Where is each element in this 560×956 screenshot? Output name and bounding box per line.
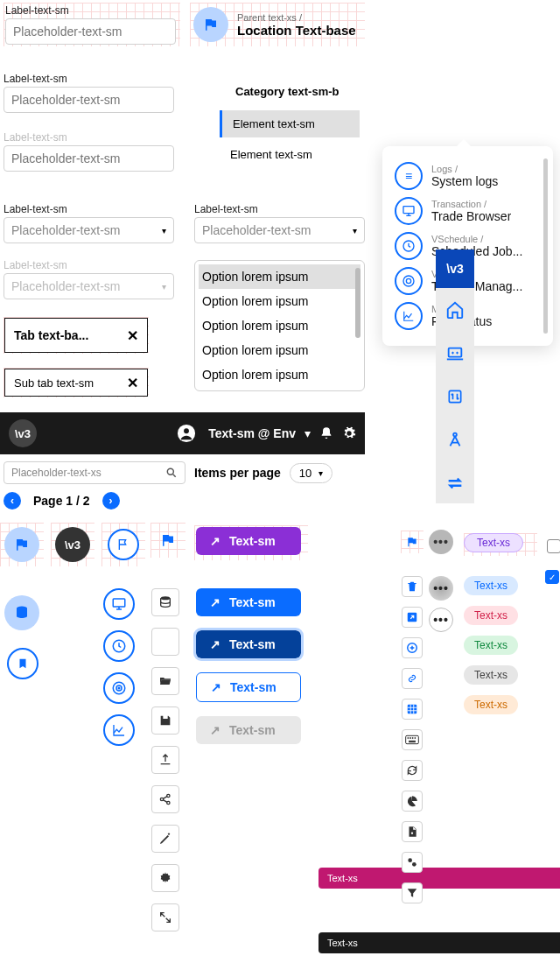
flag-icon[interactable] xyxy=(406,536,418,548)
button-primary[interactable]: ↗Text-sm xyxy=(196,588,301,616)
share-icon[interactable] xyxy=(151,785,179,813)
compass-icon[interactable] xyxy=(436,418,474,461)
file-icon[interactable] xyxy=(402,821,423,842)
home-icon[interactable] xyxy=(436,288,474,332)
clock-icon[interactable] xyxy=(103,630,135,662)
open-icon: ↗ xyxy=(210,723,220,737)
open-icon: ↗ xyxy=(210,595,220,609)
open-icon: ↗ xyxy=(211,680,221,694)
expand-icon[interactable] xyxy=(151,903,179,931)
laptop-icon[interactable] xyxy=(436,332,474,376)
close-icon[interactable]: ✕ xyxy=(127,375,138,391)
button-primary-alt[interactable]: ↗Text-sm xyxy=(196,527,301,555)
svg-point-28 xyxy=(415,737,416,738)
select-label: Label-text-sm xyxy=(194,203,365,215)
scrollbar[interactable] xyxy=(543,158,548,334)
save-icon[interactable] xyxy=(151,706,179,735)
search-icon xyxy=(165,467,178,479)
monitor-icon[interactable] xyxy=(103,588,135,620)
search-input[interactable]: Placeholder-text-xs xyxy=(4,461,186,484)
user-icon[interactable] xyxy=(177,424,196,443)
text-input[interactable] xyxy=(5,18,176,45)
chevron-down-icon[interactable]: ▾ xyxy=(304,426,311,440)
pie-chart-icon[interactable] xyxy=(402,791,423,812)
svg-rect-23 xyxy=(408,705,417,714)
target-icon[interactable] xyxy=(103,672,135,704)
app-logo[interactable]: \v3 xyxy=(55,527,90,562)
select[interactable]: Placeholder-text-sm▾ xyxy=(4,217,174,243)
badge-purple: Text-xs xyxy=(464,533,523,552)
bar-chart-icon[interactable] xyxy=(151,628,179,656)
badge-blue: Text-xs xyxy=(464,576,518,595)
checkbox[interactable] xyxy=(547,539,560,553)
tab-chip[interactable]: Tab text-ba... ✕ xyxy=(4,318,148,353)
svg-rect-5 xyxy=(449,390,460,402)
close-icon[interactable]: ✕ xyxy=(127,327,138,344)
svg-rect-24 xyxy=(406,735,419,743)
table-icon[interactable] xyxy=(402,699,423,720)
trash-icon[interactable] xyxy=(402,576,423,597)
nav-item[interactable]: ≡Logs /System logs xyxy=(395,158,544,193)
element-item[interactable]: Element text-sm xyxy=(220,141,360,168)
transfer-icon[interactable] xyxy=(436,376,474,418)
dropdown-option[interactable]: Option lorem ipsum xyxy=(199,289,360,313)
chart-icon xyxy=(395,302,423,330)
select[interactable]: Placeholder-text-sm▾ xyxy=(194,217,365,243)
badge-gray: Text-xs xyxy=(464,665,518,685)
app-logo[interactable]: \v3 xyxy=(9,419,37,447)
text-input[interactable] xyxy=(4,87,174,113)
link-icon[interactable] xyxy=(402,668,423,689)
gear-icon[interactable] xyxy=(151,864,179,892)
refresh-icon[interactable] xyxy=(402,760,423,781)
chevron-down-icon: ▾ xyxy=(162,282,166,292)
svg-rect-4 xyxy=(449,348,462,357)
dropdown-option[interactable]: Option lorem ipsum xyxy=(199,362,360,387)
bookmark-icon[interactable] xyxy=(7,648,38,679)
swap-icon[interactable] xyxy=(436,461,474,505)
dropdown-option[interactable]: Option lorem ipsum xyxy=(199,313,360,338)
gears-icon[interactable] xyxy=(402,852,423,873)
flag-icon-outline[interactable] xyxy=(108,529,139,560)
svg-point-3 xyxy=(406,278,410,283)
scrollbar[interactable] xyxy=(355,268,360,338)
monitor-icon xyxy=(395,197,423,225)
chart-icon[interactable] xyxy=(103,714,135,746)
open-icon: ↗ xyxy=(210,637,220,651)
database-icon[interactable] xyxy=(4,595,39,630)
checkbox-checked[interactable]: ✓ xyxy=(545,570,559,584)
chevron-down-icon: ▾ xyxy=(318,468,323,478)
button-outline[interactable]: ↗Text-sm xyxy=(196,672,301,702)
dropdown-option[interactable]: Option lorem ipsum xyxy=(199,338,360,362)
prev-page-button[interactable]: ‹ xyxy=(4,492,21,510)
plus-icon[interactable] xyxy=(402,637,423,658)
chevron-down-icon: ▾ xyxy=(353,226,357,235)
subtab-chip[interactable]: Sub tab text-sm ✕ xyxy=(4,369,148,397)
flag-icon[interactable] xyxy=(4,527,39,562)
element-item[interactable]: Element text-sm xyxy=(220,110,360,137)
bell-icon[interactable] xyxy=(319,426,333,440)
folder-open-icon[interactable] xyxy=(151,667,179,695)
more-dots-button[interactable]: ••• xyxy=(429,608,453,632)
page-indicator: Page 1 / 2 xyxy=(33,494,90,508)
svg-point-26 xyxy=(410,737,410,738)
filter-icon[interactable] xyxy=(402,882,423,903)
database-icon[interactable] xyxy=(151,588,179,616)
next-page-button[interactable]: › xyxy=(102,492,120,510)
gear-icon[interactable] xyxy=(342,426,356,440)
svg-point-9 xyxy=(167,468,173,474)
subtab-label: Sub tab text-sm xyxy=(14,376,94,390)
pencil-icon[interactable] xyxy=(151,825,179,853)
more-dots-button[interactable]: ••• xyxy=(429,576,453,601)
nav-item[interactable]: Transaction /Trade Browser xyxy=(395,193,544,228)
items-per-page-select[interactable]: 10▾ xyxy=(290,463,332,483)
keyboard-icon[interactable] xyxy=(402,729,423,750)
flag-icon[interactable] xyxy=(160,532,176,548)
svg-point-31 xyxy=(408,858,412,862)
rail-logo[interactable]: \v3 xyxy=(436,250,474,288)
upload-icon[interactable] xyxy=(151,746,179,774)
dropdown-option[interactable]: Option lorem ipsum xyxy=(199,264,360,289)
more-dots-button[interactable]: ••• xyxy=(429,530,453,554)
open-new-icon[interactable] xyxy=(402,607,423,628)
button-selected[interactable]: ↗Text-sm xyxy=(196,630,301,658)
dropdown-listbox[interactable]: Option lorem ipsum Option lorem ipsum Op… xyxy=(194,260,365,391)
